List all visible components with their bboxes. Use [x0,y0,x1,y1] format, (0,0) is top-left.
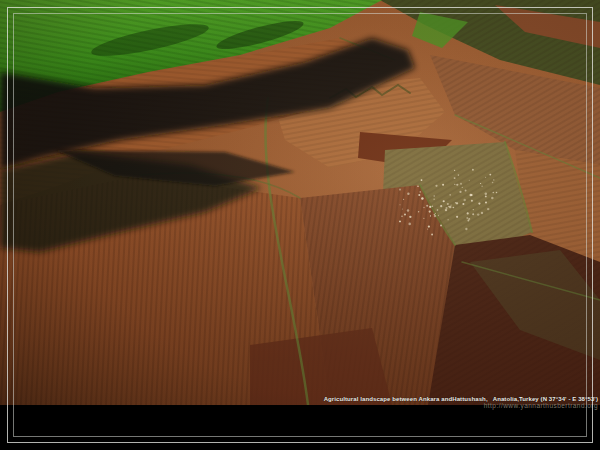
aerial-photo [0,0,600,405]
vignette-overlay [0,0,600,405]
photo-frame: Agricultural landscape between Ankara an… [0,0,600,450]
photo-caption: Agricultural landscape between Ankara an… [324,396,598,409]
caption-url: http://www.yannarthusbertrand.org [324,403,598,409]
